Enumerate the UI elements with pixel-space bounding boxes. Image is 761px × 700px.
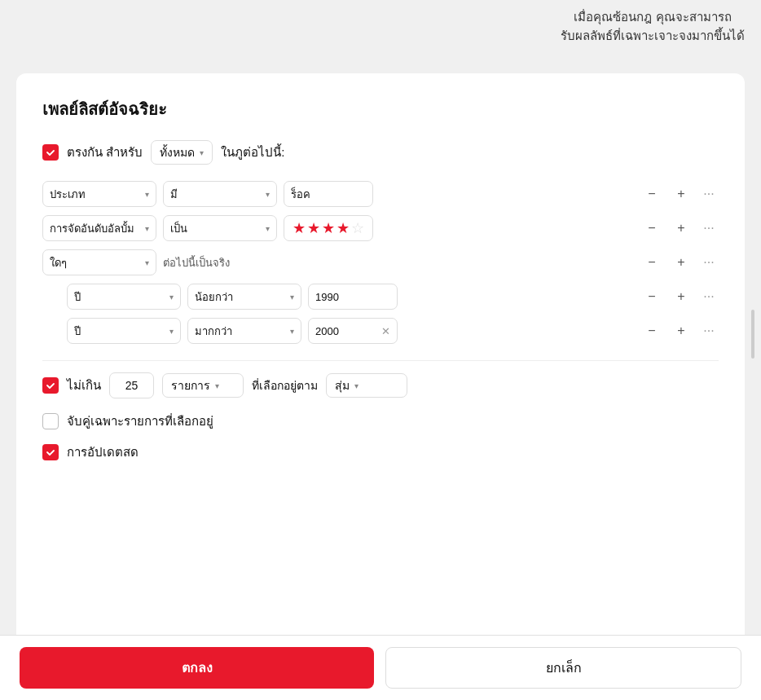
rule1-value-input[interactable]: [284, 181, 373, 207]
rule2-operator-value: เป็น: [170, 220, 187, 237]
rule1-field-chevron-icon: ▾: [145, 190, 149, 199]
limit-label: ไม่เกิน: [67, 376, 101, 395]
rule2-field-dropdown[interactable]: การจัดอันดับอัลบั้ม ▾: [42, 215, 156, 241]
rule-row-2: การจัดอันดับอัลบั้ม ▾ เป็น ▾ ★ ★ ★ ★ ☆ −…: [42, 215, 719, 241]
cancel-button[interactable]: ยกเล็ก: [385, 647, 741, 689]
subrule2-value: 2000: [315, 325, 339, 337]
subrule1-minus-button[interactable]: −: [640, 285, 663, 308]
live-update-label: การอัปเดตสด: [67, 442, 139, 462]
subrule1-field-value: ปี: [74, 288, 81, 306]
rule1-operator-value: มี: [170, 186, 178, 203]
rule1-operator-chevron-icon: ▾: [266, 190, 270, 199]
rule2-field-chevron-icon: ▾: [145, 224, 149, 233]
bottom-section: ไม่เกิน รายการ ▾ ที่เลือกอยู่ตาม สุ่ม ▾ …: [42, 372, 719, 462]
rule3-field-chevron-icon: ▾: [145, 258, 149, 267]
subrule1-field-dropdown[interactable]: ปี ▾: [67, 284, 181, 310]
subrule1-plus-button[interactable]: +: [670, 285, 693, 308]
sub-rules: ปี ▾ น้อยกว่า ▾ − + ··· ปี ▾: [67, 284, 719, 344]
rule3-field-dropdown[interactable]: ใดๆ ▾: [42, 249, 156, 275]
subrule1-more-button[interactable]: ···: [699, 287, 719, 306]
subrule1-field-chevron-icon: ▾: [169, 293, 174, 302]
star-4-icon: ★: [337, 219, 350, 237]
smart-playlist-panel: เพลย์ลิสต์อัจฉริยะ ตรงกัน สำหรับ ทั้งหมด…: [16, 73, 745, 700]
subrule1-operator-dropdown[interactable]: น้อยกว่า ▾: [187, 284, 301, 310]
match-all-dropdown[interactable]: ทั้งหมด ▾: [151, 140, 213, 165]
rule3-operator-label: ต่อไปนี้เป็นจริง: [163, 254, 230, 271]
subrule2-field-chevron-icon: ▾: [169, 327, 174, 336]
rule3-field-value: ใดๆ: [50, 254, 67, 271]
match-checkbox[interactable]: [42, 144, 59, 161]
rule-row-3: ใดๆ ▾ ต่อไปนี้เป็นจริง − + ···: [42, 249, 719, 275]
rule2-operator-dropdown[interactable]: เป็น ▾: [163, 215, 277, 241]
rule2-minus-button[interactable]: −: [640, 217, 663, 240]
star-5-icon: ☆: [351, 219, 364, 237]
subrule2-field-value: ปี: [74, 323, 81, 340]
rule1-plus-button[interactable]: +: [670, 183, 693, 205]
limit-value-input[interactable]: [109, 372, 154, 398]
tooltip-line1: เมื่อคุณซ้อนกฎ คุณจะสามารถ: [574, 10, 731, 24]
rule3-minus-button[interactable]: −: [640, 251, 663, 274]
limit-unit-value: รายการ: [171, 376, 210, 394]
tooltip: เมื่อคุณซ้อนกฎ คุณจะสามารถ รับผลลัพธ์ที่…: [561, 8, 745, 45]
limit-sort-chevron-icon: ▾: [354, 381, 359, 390]
subrule2-value-container: 2000 ✕: [308, 318, 398, 344]
subrule1-operator-value: น้อยกว่า: [195, 288, 233, 306]
subrule2-plus-button[interactable]: +: [670, 319, 693, 342]
live-update-row: การอัปเดตสด: [42, 442, 719, 462]
star-3-icon: ★: [322, 219, 335, 237]
rule2-more-button[interactable]: ···: [699, 218, 719, 238]
subrule2-operator-dropdown[interactable]: มากกว่า ▾: [187, 318, 301, 344]
subrule1-operator-chevron-icon: ▾: [290, 293, 294, 302]
match-only-label: จับคู่เฉพาะรายการที่เลือกอยู่: [67, 412, 213, 431]
limit-sort-dropdown[interactable]: สุ่ม ▾: [326, 373, 407, 398]
sub-rule-row-2: ปี ▾ มากกว่า ▾ 2000 ✕ − + ···: [67, 318, 719, 344]
subrule2-clear-button[interactable]: ✕: [381, 325, 390, 337]
match-only-checkbox[interactable]: [42, 413, 59, 429]
rule2-plus-button[interactable]: +: [670, 217, 693, 240]
subrule2-operator-value: มากกว่า: [195, 323, 232, 340]
limit-checkbox[interactable]: [42, 377, 59, 394]
footer: ตกลง ยกเล็ก: [0, 635, 761, 700]
rule1-field-value: ประเภท: [50, 186, 86, 203]
star-2-icon: ★: [307, 219, 320, 237]
rule1-operator-dropdown[interactable]: มี ▾: [163, 181, 277, 207]
match-row: ตรงกัน สำหรับ ทั้งหมด ▾ ในภูต่อไปนี้:: [42, 140, 719, 165]
limit-sort-value: สุ่ม: [335, 376, 350, 394]
rule-row-1: ประเภท ▾ มี ▾ − + ···: [42, 181, 719, 207]
subrule2-minus-button[interactable]: −: [640, 319, 663, 342]
ok-button[interactable]: ตกลง: [20, 647, 374, 689]
rule1-minus-button[interactable]: −: [640, 183, 663, 205]
subrule2-more-button[interactable]: ···: [699, 321, 719, 341]
limit-row: ไม่เกิน รายการ ▾ ที่เลือกอยู่ตาม สุ่ม ▾: [42, 372, 719, 398]
sub-rule-row-1: ปี ▾ น้อยกว่า ▾ − + ···: [67, 284, 719, 310]
live-update-checkbox[interactable]: [42, 444, 59, 460]
rule1-field-dropdown[interactable]: ประเภท ▾: [42, 181, 156, 207]
subrule2-field-dropdown[interactable]: ปี ▾: [67, 318, 181, 344]
scrollbar-hint: [751, 310, 754, 359]
rule2-field-value: การจัดอันดับอัลบั้ม: [50, 220, 134, 237]
tooltip-line2: รับผลลัพธ์ที่เฉพาะเจาะจงมากขึ้นได้: [561, 29, 745, 42]
rule3-plus-button[interactable]: +: [670, 251, 693, 274]
match-only-row: จับคู่เฉพาะรายการที่เลือกอยู่: [42, 412, 719, 431]
panel-title: เพลย์ลิสต์อัจฉริยะ: [42, 96, 719, 122]
subrule2-operator-chevron-icon: ▾: [290, 327, 294, 336]
divider: [42, 360, 719, 361]
rules-area: ประเภท ▾ มี ▾ − + ··· การจัดอันดับอัลบั้…: [42, 181, 719, 344]
rule1-more-button[interactable]: ···: [699, 184, 719, 204]
rule2-operator-chevron-icon: ▾: [266, 224, 270, 233]
limit-unit-chevron-icon: ▾: [215, 381, 219, 390]
selected-by-label: ที่เลือกอยู่ตาม: [252, 376, 318, 394]
subrule1-value-input[interactable]: [308, 284, 398, 310]
match-all-value: ทั้งหมด: [160, 143, 195, 161]
rule2-stars-input[interactable]: ★ ★ ★ ★ ☆: [284, 215, 373, 241]
in-label: ในภูต่อไปนี้:: [221, 143, 284, 162]
match-label: ตรงกัน สำหรับ: [67, 143, 143, 162]
limit-unit-dropdown[interactable]: รายการ ▾: [162, 373, 244, 398]
rule3-more-button[interactable]: ···: [699, 253, 719, 272]
match-all-chevron-icon: ▾: [200, 148, 204, 157]
star-1-icon: ★: [293, 219, 306, 237]
